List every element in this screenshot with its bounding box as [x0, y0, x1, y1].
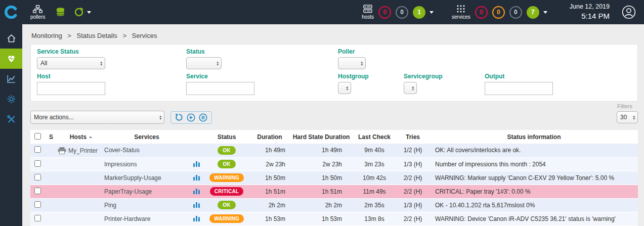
neutral-counter[interactable]: 0 — [396, 6, 408, 19]
sidebar-item-monitoring[interactable] — [0, 49, 22, 69]
graph-icon[interactable] — [193, 160, 200, 167]
graph-icon[interactable] — [193, 201, 200, 208]
filter-panel: Service Status All Status Poller Host Se… — [30, 44, 638, 102]
breadcrumb-item-status-details[interactable]: Status Details — [77, 32, 117, 39]
poller-select[interactable] — [338, 57, 366, 69]
graph-cell — [189, 185, 203, 198]
header-status-information[interactable]: Status information — [430, 130, 638, 144]
servicegroup-select[interactable] — [404, 82, 417, 94]
chevron-down-icon[interactable] — [543, 11, 547, 14]
status-label: Status — [186, 48, 338, 55]
row-checkbox[interactable] — [34, 160, 41, 167]
centreon-logo[interactable] — [0, 0, 22, 24]
service-link[interactable]: Ping — [104, 202, 116, 209]
service-link[interactable]: Impressions — [104, 161, 137, 168]
service-cell: MarkerSupply-Usage — [104, 171, 189, 185]
page-size-select[interactable]: 30 — [617, 111, 638, 123]
duration-cell: 2h 2m — [250, 198, 289, 212]
sidebar-item-configuration[interactable] — [0, 89, 22, 109]
hard-state-duration-cell: 2h 2m — [289, 198, 353, 212]
refresh-button[interactable] — [175, 113, 183, 121]
datetime-display: June 12, 2019 5:14 PM — [570, 3, 610, 21]
ok-counter[interactable]: 1 — [413, 6, 425, 19]
graph-icon[interactable] — [193, 174, 200, 180]
service-field: Service — [186, 73, 338, 95]
tries-cell: 2/2 (H) — [396, 212, 430, 225]
header-services[interactable]: Services — [104, 130, 189, 144]
row-checkbox[interactable] — [34, 174, 41, 180]
gear-icon — [7, 95, 16, 104]
header-graph — [189, 130, 203, 144]
filters-toggle[interactable]: Filters — [617, 103, 632, 109]
row-checkbox[interactable] — [34, 201, 41, 208]
status-information-cell: CRITICAL: Paper tray '1#3': 0.00 % — [430, 185, 638, 198]
pollers-menu[interactable]: pollers — [30, 5, 45, 20]
header-hosts[interactable]: Hosts — [58, 130, 104, 144]
sidebar-item-administration[interactable] — [0, 109, 22, 129]
service-status-select[interactable]: All — [37, 57, 105, 69]
hosts-menu[interactable]: hosts — [362, 5, 374, 20]
row-checkbox[interactable] — [34, 215, 41, 221]
row-checkbox[interactable] — [34, 146, 41, 153]
host-cell — [58, 185, 104, 198]
critical-counter[interactable]: 0 — [475, 6, 488, 19]
status-cell: WARNING — [203, 171, 250, 185]
table-row: ImpressionsOK2w 23h2w 23h3m 23s1/3 (H)Nu… — [30, 157, 638, 171]
header-tries[interactable]: Tries — [396, 130, 430, 144]
pause-button[interactable] — [199, 113, 207, 122]
poller-status-icon[interactable] — [74, 7, 84, 17]
database-icon[interactable] — [56, 8, 65, 17]
duration-cell: 2w 23h — [250, 157, 289, 171]
chevron-down-icon[interactable] — [430, 11, 434, 14]
status-information-cell: OK - 10.40.1.202 rta 5,617mslost 0% — [430, 198, 638, 212]
tries-cell: 2/2 (H) — [396, 171, 430, 185]
header-status[interactable]: Status — [203, 130, 250, 144]
service-input[interactable] — [186, 82, 254, 95]
header-s[interactable]: S — [45, 130, 58, 144]
host-input[interactable] — [37, 82, 105, 95]
critical-counter[interactable]: 0 — [378, 6, 391, 19]
service-cell: Cover-Status — [104, 144, 189, 157]
graph-cell — [189, 171, 203, 185]
poller-label: Poller — [338, 48, 404, 55]
duration-cell: 1h 53m — [250, 212, 289, 225]
status-information-cell: OK: All covers/interlocks are ok. — [430, 144, 638, 157]
row-select-cell — [30, 212, 45, 225]
sidebar-item-reporting[interactable] — [0, 69, 22, 89]
graph-icon[interactable] — [193, 188, 200, 194]
neutral-counter[interactable]: 0 — [509, 6, 522, 19]
row-flag-cell — [45, 198, 58, 212]
header-duration[interactable]: Duration — [250, 130, 289, 144]
user-avatar[interactable] — [622, 5, 636, 19]
service-link[interactable]: Printer-Hardware — [104, 215, 150, 222]
host-link[interactable]: My_Printer — [68, 147, 98, 154]
service-link[interactable]: MarkerSupply-Usage — [104, 174, 161, 182]
select-all-checkbox[interactable] — [34, 133, 41, 140]
row-checkbox[interactable] — [34, 188, 41, 194]
output-input[interactable] — [485, 82, 553, 95]
host-field: Host — [37, 73, 186, 95]
header-last-check[interactable]: Last Check — [353, 130, 396, 144]
breadcrumb-item-monitoring[interactable]: Monitoring — [31, 32, 62, 39]
status-select[interactable] — [186, 57, 222, 69]
warning-counter[interactable]: 0 — [492, 6, 505, 19]
service-link[interactable]: PaperTray-Usage — [104, 188, 152, 195]
table-row: PingOK2h 2m2h 2m2m 35s1/3 (H)OK - 10.40.… — [30, 198, 638, 212]
play-button[interactable] — [187, 113, 195, 122]
sidebar-item-home[interactable] — [0, 28, 22, 49]
table-row: MarkerSupply-UsageWARNING1h 50m1h 50m10m… — [30, 171, 638, 185]
host-cell — [58, 157, 104, 171]
ok-counter[interactable]: 7 — [527, 6, 539, 19]
breadcrumb-item-services[interactable]: Services — [132, 32, 157, 39]
graph-icon[interactable] — [193, 215, 200, 221]
select-all-cell — [30, 130, 45, 144]
graph-cell — [189, 157, 203, 171]
services-menu[interactable]: services — [452, 5, 470, 20]
header-hard-state-duration[interactable]: Hard State Duration — [289, 130, 353, 144]
service-link[interactable]: Cover-Status — [104, 147, 140, 154]
chevron-down-icon[interactable] — [87, 11, 91, 14]
more-actions-select[interactable]: More actions... — [30, 111, 164, 124]
hostgroup-select[interactable] — [338, 82, 351, 94]
breadcrumb-separator: > — [122, 32, 126, 39]
row-flag-cell — [45, 157, 58, 171]
